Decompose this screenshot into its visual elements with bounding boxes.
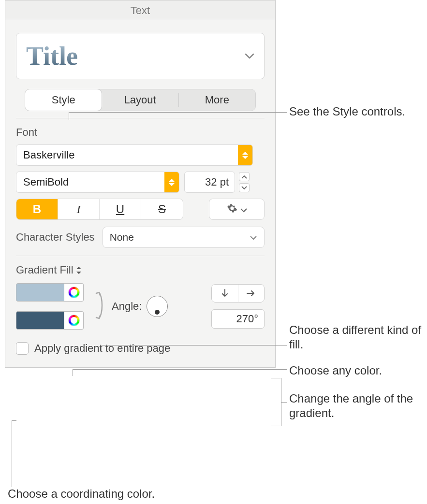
select-stepper-icon <box>238 145 252 165</box>
strikethrough-button[interactable]: S <box>141 199 183 219</box>
paragraph-style-preview: Title <box>26 41 78 71</box>
fill-section: Gradient Fill <box>5 258 275 367</box>
chevron-down-icon <box>245 53 254 59</box>
direction-vertical-button[interactable] <box>212 285 238 302</box>
gradient-color-2-picker[interactable] <box>64 311 84 330</box>
swap-colors-button[interactable] <box>90 288 105 325</box>
direction-horizontal-button[interactable] <box>238 285 265 302</box>
gradient-direction-segment <box>211 284 265 302</box>
angle-value: 270° <box>236 313 258 325</box>
size-step-down[interactable] <box>239 183 250 192</box>
callout-line <box>12 420 16 421</box>
callout-line <box>69 112 69 120</box>
angle-dial[interactable] <box>147 296 168 317</box>
callout-line <box>73 369 287 370</box>
font-section: Font Baskerville SemiBold 32 pt <box>5 120 275 254</box>
font-label: Font <box>16 126 265 139</box>
font-family-value: Baskerville <box>23 149 74 161</box>
angle-control: Angle: <box>112 296 168 317</box>
tab-style[interactable]: Style <box>25 89 102 111</box>
apply-to-page-label: Apply gradient to entire page <box>34 342 170 355</box>
text-format-panel: Text Title Style Layout More Font Basker… <box>5 0 276 368</box>
font-size-field[interactable]: 32 pt <box>184 172 235 193</box>
callout-bracket <box>271 378 281 426</box>
character-styles-label: Character Styles <box>16 231 95 244</box>
callout-coordinating-color: Choose a coordinating color. <box>8 487 155 501</box>
font-family-select[interactable]: Baskerville <box>16 144 253 166</box>
select-stepper-icon <box>164 172 179 192</box>
tab-bar: Style Layout More <box>25 89 256 111</box>
tab-layout[interactable]: Layout <box>102 89 178 111</box>
tab-more[interactable]: More <box>179 89 255 111</box>
color-wheel-icon <box>68 287 80 298</box>
callout-line <box>12 420 12 487</box>
gradient-color-swatches <box>16 283 84 330</box>
size-step-up[interactable] <box>239 172 250 181</box>
color-wheel-icon <box>68 315 80 326</box>
callout-line <box>102 345 287 346</box>
bold-button[interactable]: B <box>16 199 58 219</box>
callout-line <box>281 402 287 403</box>
angle-field[interactable]: 270° <box>211 309 265 329</box>
angle-dial-indicator <box>155 310 160 315</box>
fill-type-popup[interactable] <box>76 267 81 274</box>
fill-type-label: Gradient Fill <box>16 264 74 276</box>
callout-line <box>102 345 102 352</box>
text-style-segment: B I U S <box>16 199 183 220</box>
callout-line <box>69 112 287 113</box>
font-size-stepper <box>239 172 250 192</box>
gear-icon <box>227 203 237 216</box>
gradient-color-1-picker[interactable] <box>64 283 84 302</box>
chevron-down-icon <box>250 231 257 243</box>
divider <box>16 118 265 118</box>
callout-line <box>73 369 73 376</box>
callout-style-controls: See the Style controls. <box>289 104 405 119</box>
paragraph-style-dropdown[interactable]: Title <box>16 33 265 79</box>
character-style-select[interactable]: None <box>103 227 265 248</box>
callout-any-color: Choose any color. <box>289 363 382 378</box>
underline-button[interactable]: U <box>100 199 141 219</box>
callout-fill-type: Choose a different kind of fill. <box>289 323 425 352</box>
callout-angle: Change the angle of the gradient. <box>289 391 425 420</box>
angle-label: Angle: <box>112 300 142 313</box>
apply-to-page-checkbox[interactable] <box>16 342 29 355</box>
font-weight-value: SemiBold <box>23 176 69 188</box>
divider <box>16 256 265 256</box>
panel-title: Text <box>5 0 275 19</box>
gradient-color-2-well[interactable] <box>16 311 64 330</box>
font-size-value: 32 pt <box>205 176 229 188</box>
font-weight-select[interactable]: SemiBold <box>16 172 179 193</box>
gradient-color-1-well[interactable] <box>16 283 64 302</box>
chevron-down-icon <box>240 203 247 215</box>
italic-button[interactable]: I <box>58 199 100 219</box>
character-style-value: None <box>110 231 134 243</box>
advanced-options-button[interactable] <box>209 199 265 220</box>
